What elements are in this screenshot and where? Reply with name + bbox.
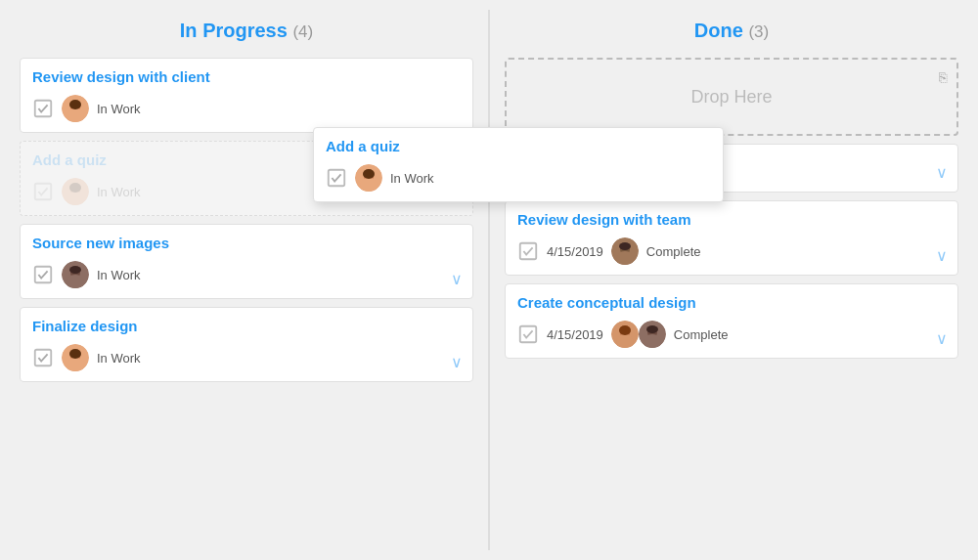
done-chevron-2: ∨ — [936, 246, 948, 265]
avatar-4 — [62, 344, 89, 371]
svg-point-14 — [69, 266, 81, 274]
in-progress-count: (4) — [292, 22, 313, 41]
svg-point-9 — [69, 183, 81, 193]
in-progress-title: In Progress — [180, 20, 288, 41]
task-meta-4: In Work — [32, 344, 461, 371]
avatar-1 — [62, 95, 89, 122]
svg-point-38 — [646, 325, 658, 333]
done-title-3: Create conceptual design — [517, 294, 946, 311]
done-status-3: Complete — [674, 327, 729, 342]
svg-point-34 — [619, 325, 631, 335]
svg-rect-0 — [35, 101, 52, 117]
check-done-2 — [517, 240, 539, 262]
done-chevron-1: ∨ — [936, 163, 948, 182]
task-meta-3: In Work — [32, 261, 461, 288]
in-progress-header: In Progress (4) — [20, 20, 473, 42]
done-header: Done (3) — [505, 20, 958, 42]
done-status-2: Complete — [646, 244, 701, 259]
chevron-4: ∨ — [451, 353, 463, 371]
done-title: Done — [694, 20, 743, 41]
check-icon-1 — [32, 98, 54, 119]
svg-point-19 — [69, 349, 81, 359]
task-title-4: Finalize design — [32, 318, 461, 334]
kanban-board: In Progress (4) Review design with clien… — [0, 0, 978, 560]
floating-meta: In Work — [326, 164, 711, 192]
svg-rect-5 — [35, 184, 52, 200]
done-date-2: 4/15/2019 — [547, 244, 603, 259]
floating-status: In Work — [390, 171, 434, 186]
svg-point-4 — [69, 100, 81, 109]
task-title-3: Source new images — [32, 235, 461, 251]
svg-rect-10 — [35, 267, 52, 283]
task-title-1: Review design with client — [32, 68, 461, 85]
status-1: In Work — [97, 102, 141, 116]
check-icon-2 — [32, 181, 54, 202]
done-date-3: 4/15/2019 — [547, 327, 603, 342]
done-chevron-3: ∨ — [936, 329, 948, 348]
floating-title: Add a quiz — [326, 138, 711, 154]
status-4: In Work — [97, 351, 141, 366]
done-avatar-3b — [639, 321, 666, 348]
floating-check-icon — [326, 167, 347, 189]
column-divider — [488, 10, 490, 550]
task-card-3[interactable]: Source new images In Work ∨ — [20, 224, 473, 299]
drop-icon: ⎘ — [939, 69, 947, 85]
done-meta-3: 4/15/2019 — [517, 321, 946, 348]
in-progress-column: In Progress (4) Review design with clien… — [10, 10, 483, 550]
svg-point-43 — [363, 169, 375, 179]
drop-here-label: Drop Here — [690, 87, 772, 108]
floating-avatar — [355, 164, 382, 192]
done-card-2[interactable]: Review design with team 4/15/2019 Comple… — [505, 200, 958, 276]
done-title-2: Review design with team — [517, 211, 946, 228]
svg-rect-30 — [520, 326, 537, 343]
svg-rect-39 — [329, 170, 345, 187]
svg-rect-25 — [520, 243, 537, 260]
drop-zone[interactable]: Drop Here ⎘ — [505, 58, 958, 136]
task-card-1[interactable]: Review design with client In Work — [20, 58, 473, 133]
check-done-3 — [517, 323, 539, 345]
done-card-3[interactable]: Create conceptual design 4/15/2019 — [505, 283, 958, 359]
svg-point-29 — [619, 242, 631, 250]
done-count: (3) — [748, 22, 769, 41]
done-avatar-3a — [611, 321, 639, 348]
done-avatar-2 — [611, 237, 639, 265]
status-3: In Work — [97, 268, 141, 282]
done-column: Done (3) Drop Here ⎘ 4/15/2019 — [495, 10, 968, 550]
check-icon-4 — [32, 347, 54, 368]
chevron-3: ∨ — [451, 270, 463, 288]
avatar-2 — [62, 178, 89, 205]
avatar-3 — [62, 261, 89, 288]
task-meta-1: In Work — [32, 95, 461, 122]
done-meta-2: 4/15/2019 Complete — [517, 237, 946, 265]
task-card-4[interactable]: Finalize design In Work ∨ — [20, 307, 473, 382]
floating-drag-card: Add a quiz In Work — [313, 127, 724, 202]
status-2: In Work — [97, 185, 141, 199]
check-icon-3 — [32, 264, 54, 285]
svg-rect-15 — [35, 350, 52, 366]
